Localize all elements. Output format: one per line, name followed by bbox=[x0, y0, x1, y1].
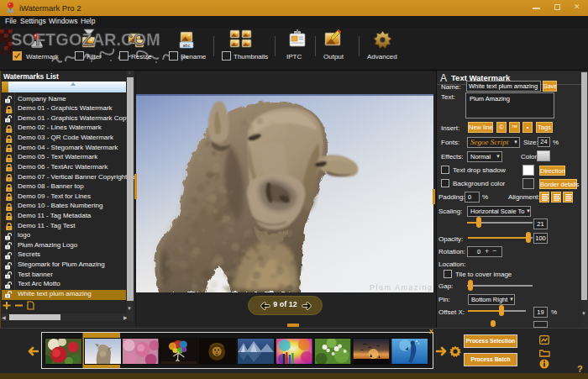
svg-text:Plum Amazing: Plum Amazing bbox=[370, 283, 433, 292]
svg-text:SOFTGOZAR.COM: SOFTGOZAR.COM bbox=[11, 30, 160, 49]
